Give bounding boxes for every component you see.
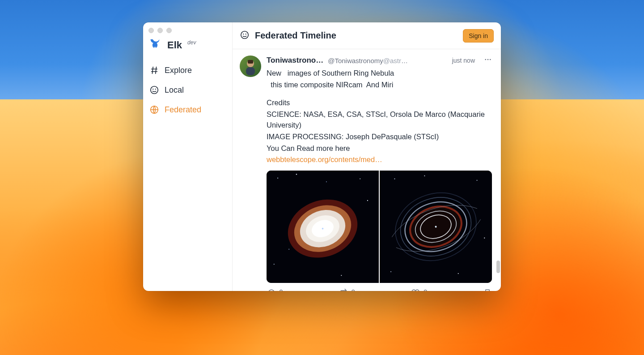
page-title: Federated Timeline — [255, 30, 336, 41]
nav-explore[interactable]: Explore — [149, 65, 226, 75]
post-time: just now — [452, 57, 475, 64]
window-traffic-lights[interactable] — [148, 28, 172, 33]
svg-point-35 — [458, 273, 459, 274]
svg-point-34 — [390, 271, 391, 272]
brand-name: Elk — [167, 39, 182, 51]
svg-rect-9 — [246, 67, 255, 75]
svg-point-32 — [477, 180, 478, 181]
nav-local[interactable]: Local — [149, 85, 226, 95]
post-handle[interactable]: @Toniwastronomy@astrodon.soc… — [328, 57, 408, 64]
feed[interactable]: Toniwastrono… @Toniwastronomy@astrodon.s… — [233, 49, 501, 291]
svg-point-11 — [485, 59, 486, 60]
post-credits-image: IMAGE PROCESSING: Joseph DePasquale (STS… — [267, 132, 492, 142]
post-head: Toniwastrono… @Toniwastronomy@astrodon.s… — [267, 56, 492, 65]
nav-label: Local — [165, 86, 184, 95]
hash-icon — [149, 65, 159, 75]
avatar[interactable] — [240, 56, 261, 77]
svg-point-6 — [246, 34, 246, 34]
window-zoom-dot[interactable] — [166, 28, 172, 33]
globe-icon — [240, 30, 250, 42]
post-more-button[interactable] — [484, 56, 492, 65]
svg-point-4 — [241, 31, 249, 38]
post-displayname[interactable]: Toniwastrono… — [267, 56, 323, 65]
post-image-1[interactable] — [267, 171, 379, 283]
post-read-more: You Can Read more here — [267, 143, 492, 154]
post-handle-user: @Toniwastronomy — [328, 57, 383, 64]
like-count: 0 — [424, 289, 428, 291]
brand[interactable]: Elk dev — [149, 38, 226, 53]
post-credits-label: Credits — [267, 98, 492, 108]
globe-icon — [149, 105, 159, 115]
post-line: this time composite NIRcam And Miri — [267, 80, 492, 90]
app-window: Elk dev Explore Local Federated — [143, 22, 501, 291]
nav-federated[interactable]: Federated — [149, 105, 226, 115]
post-credits-science: SCIENCE: NASA, ESA, CSA, STScI, Orsola D… — [267, 109, 492, 131]
reply-button[interactable]: 0 — [267, 288, 283, 291]
post: Toniwastrono… @Toniwastronomy@astrodon.s… — [233, 49, 501, 291]
elk-logo-icon — [149, 38, 163, 53]
window-minimize-dot[interactable] — [157, 28, 163, 33]
svg-point-22 — [326, 182, 327, 183]
svg-point-2 — [155, 89, 156, 90]
svg-point-30 — [394, 179, 395, 180]
boost-button[interactable]: 0 — [339, 288, 355, 291]
svg-point-21 — [288, 249, 289, 250]
svg-point-0 — [151, 86, 158, 94]
bookmark-button[interactable] — [483, 288, 492, 291]
topbar: Federated Timeline Sign in — [233, 22, 501, 49]
brand-sup: dev — [187, 39, 196, 46]
post-link[interactable]: webbtelescope.org/contents/med… — [267, 155, 382, 163]
post-actions: 0 0 0 — [267, 288, 492, 291]
post-body: Toniwastrono… @Toniwastronomy@astrodon.s… — [267, 56, 492, 291]
svg-point-31 — [424, 175, 425, 176]
svg-point-15 — [277, 178, 278, 179]
svg-point-17 — [360, 179, 360, 180]
svg-point-1 — [153, 89, 153, 90]
scrollbar-thumb[interactable] — [496, 261, 500, 273]
main: Federated Timeline Sign in — [233, 22, 501, 291]
local-icon — [149, 85, 159, 95]
signin-button[interactable]: Sign in — [463, 29, 494, 43]
post-image-2[interactable] — [380, 171, 492, 283]
post-handle-instance: @astrodon.soc… — [383, 57, 408, 64]
svg-rect-10 — [248, 60, 253, 64]
window-close-dot[interactable] — [148, 28, 154, 33]
svg-point-20 — [341, 275, 342, 276]
svg-point-33 — [484, 238, 485, 239]
nav-label: Explore — [165, 66, 192, 75]
like-button[interactable]: 0 — [411, 288, 428, 291]
sidebar-nav: Explore Local Federated — [149, 65, 226, 115]
post-media — [267, 171, 492, 283]
boost-count: 0 — [351, 289, 355, 291]
nav-label: Federated — [165, 105, 201, 115]
svg-point-12 — [487, 59, 489, 60]
topbar-left: Federated Timeline — [240, 30, 336, 42]
svg-point-16 — [296, 174, 297, 175]
svg-point-19 — [274, 264, 275, 265]
svg-point-18 — [367, 200, 368, 201]
reply-count: 0 — [279, 289, 283, 291]
svg-point-5 — [243, 34, 244, 34]
sidebar: Elk dev Explore Local Federated — [143, 22, 233, 291]
svg-point-13 — [490, 59, 491, 60]
post-content: New images of Southern Ring Nebula this … — [267, 68, 492, 165]
post-line: New images of Southern Ring Nebula — [267, 68, 492, 79]
